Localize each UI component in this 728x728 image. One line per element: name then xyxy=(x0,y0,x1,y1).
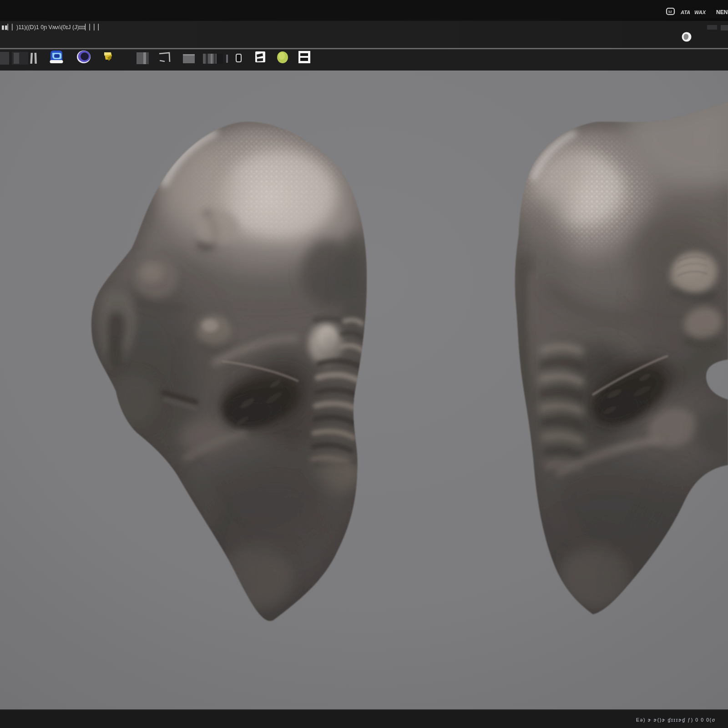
svg-text:NEN: NEN xyxy=(716,9,728,15)
svg-text:M: M xyxy=(668,10,672,14)
svg-text:WAX: WAX xyxy=(694,10,706,15)
svg-text:Εə) ɝ ɝ()ɝ ɠɪɪɪɝɠ ƒ) 0 0 0(σ: Εə) ɝ ɝ()ɝ ɠɪɪɪɝɠ ƒ) 0 0 0(σ xyxy=(636,717,716,723)
svg-text:▮▮▏▏)11)((D)1 0ɲ Vʍʌ\(0ɪJ (J)ɪ: ▮▮▏▏)11)((D)1 0ɲ Vʍʌ\(0ɪJ (J)ɪɪɪ▏▏▏▏ xyxy=(1,24,102,31)
svg-text:ATA: ATA xyxy=(680,10,690,15)
